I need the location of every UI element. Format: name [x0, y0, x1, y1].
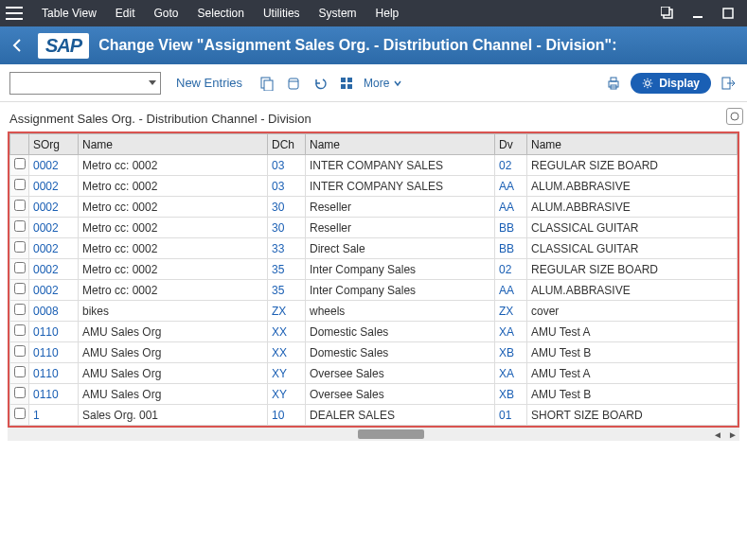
- cell-sorg[interactable]: 0002: [29, 197, 79, 218]
- select-all-icon[interactable]: [337, 74, 356, 93]
- row-checkbox[interactable]: [14, 158, 26, 169]
- cell-dch[interactable]: 03: [268, 176, 306, 197]
- row-checkbox[interactable]: [14, 283, 26, 294]
- cell-dv[interactable]: XB: [495, 384, 527, 405]
- cell-sorg[interactable]: 0002: [29, 218, 79, 238]
- table-row[interactable]: 0110AMU Sales OrgXYOversee SalesXBAMU Te…: [10, 384, 738, 405]
- cell-dv[interactable]: XA: [495, 322, 527, 342]
- row-checkbox[interactable]: [14, 387, 26, 398]
- table-row[interactable]: 0002Metro cc: 000230ResellerAAALUM.ABBRA…: [10, 197, 738, 218]
- maximize-icon[interactable]: [720, 6, 736, 21]
- row-selector[interactable]: [10, 280, 29, 301]
- cell-dch[interactable]: 10: [268, 405, 306, 426]
- menu-goto[interactable]: Goto: [147, 3, 187, 24]
- col-sorg[interactable]: SOrg: [29, 134, 79, 155]
- cell-sorg[interactable]: 1: [29, 405, 79, 426]
- row-checkbox[interactable]: [14, 262, 26, 273]
- cell-dch[interactable]: 03: [268, 155, 306, 176]
- new-entries-button[interactable]: New Entries: [169, 72, 250, 94]
- cell-sorg[interactable]: 0002: [29, 280, 79, 301]
- menu-table-view[interactable]: Table View: [34, 3, 104, 24]
- row-checkbox[interactable]: [14, 220, 26, 232]
- table-row[interactable]: 0110AMU Sales OrgXXDomestic SalesXAAMU T…: [10, 322, 738, 342]
- row-checkbox[interactable]: [14, 345, 26, 357]
- cell-dch[interactable]: 35: [268, 259, 306, 280]
- row-selector[interactable]: [10, 176, 29, 197]
- row-selector[interactable]: [10, 322, 29, 342]
- row-checkbox[interactable]: [14, 408, 26, 419]
- delete-icon[interactable]: [284, 74, 303, 93]
- row-checkbox[interactable]: [14, 366, 26, 377]
- row-selector[interactable]: [10, 238, 29, 259]
- table-row[interactable]: 0002Metro cc: 000203INTER COMPANY SALESA…: [10, 176, 738, 197]
- cell-dv[interactable]: ZX: [495, 301, 527, 322]
- cell-dch[interactable]: ZX: [268, 301, 306, 322]
- menu-help[interactable]: Help: [368, 3, 407, 24]
- row-checkbox[interactable]: [14, 200, 26, 211]
- col-name3[interactable]: Name: [527, 134, 738, 155]
- row-checkbox[interactable]: [14, 179, 26, 190]
- menu-edit[interactable]: Edit: [108, 3, 143, 24]
- cell-dv[interactable]: 02: [495, 259, 527, 280]
- row-selector[interactable]: [10, 218, 29, 238]
- hamburger-icon[interactable]: [6, 7, 23, 20]
- table-row[interactable]: 0002Metro cc: 000235Inter Company SalesA…: [10, 280, 738, 301]
- cell-sorg[interactable]: 0002: [29, 238, 79, 259]
- command-field[interactable]: [9, 72, 161, 95]
- copy-as-icon[interactable]: [258, 74, 276, 93]
- table-row[interactable]: 0002Metro cc: 000233Direct SaleBBCLASSIC…: [10, 238, 738, 259]
- cell-dv[interactable]: BB: [495, 238, 527, 259]
- row-checkbox[interactable]: [14, 324, 26, 336]
- menu-system[interactable]: System: [311, 3, 365, 24]
- table-row[interactable]: 0110AMU Sales OrgXYOversee SalesXAAMU Te…: [10, 363, 738, 384]
- col-name2[interactable]: Name: [306, 134, 495, 155]
- row-selector[interactable]: [10, 342, 29, 363]
- undo-icon[interactable]: [311, 74, 329, 93]
- minimize-icon[interactable]: [690, 6, 705, 21]
- cell-sorg[interactable]: 0110: [29, 342, 79, 363]
- display-button[interactable]: Display: [631, 73, 711, 94]
- col-select[interactable]: [10, 134, 29, 155]
- back-button[interactable]: [6, 34, 28, 57]
- cell-dv[interactable]: XB: [495, 342, 527, 363]
- col-dv[interactable]: Dv: [495, 134, 527, 155]
- col-name1[interactable]: Name: [79, 134, 268, 155]
- table-row[interactable]: 0002Metro cc: 000203INTER COMPANY SALES0…: [10, 155, 738, 176]
- cell-sorg[interactable]: 0110: [29, 384, 79, 405]
- row-checkbox[interactable]: [14, 241, 26, 253]
- cell-dv[interactable]: AA: [495, 197, 527, 218]
- table-row[interactable]: 0002Metro cc: 000235Inter Company Sales0…: [10, 259, 738, 280]
- cell-dv[interactable]: BB: [495, 218, 527, 238]
- table-row[interactable]: 0008bikesZXwheelsZXcover: [10, 301, 738, 322]
- cell-sorg[interactable]: 0110: [29, 363, 79, 384]
- cell-dch[interactable]: 33: [268, 238, 306, 259]
- cell-sorg[interactable]: 0110: [29, 322, 79, 342]
- cell-sorg[interactable]: 0002: [29, 259, 79, 280]
- row-selector[interactable]: [10, 384, 29, 405]
- cell-sorg[interactable]: 0002: [29, 176, 79, 197]
- table-row[interactable]: 1Sales Org. 00110DEALER SALES01SHORT SIZ…: [10, 405, 738, 426]
- row-selector[interactable]: [10, 301, 29, 322]
- cell-dv[interactable]: AA: [495, 280, 527, 301]
- scroll-right-icon[interactable]: ►: [726, 429, 739, 440]
- row-selector[interactable]: [10, 197, 29, 218]
- new-window-icon[interactable]: [660, 6, 675, 21]
- cell-dch[interactable]: XX: [268, 342, 306, 363]
- scroll-left-icon[interactable]: ◄: [711, 429, 724, 440]
- cell-dv[interactable]: 02: [495, 155, 527, 176]
- cell-sorg[interactable]: 0008: [29, 301, 79, 322]
- cell-sorg[interactable]: 0002: [29, 155, 79, 176]
- col-dch[interactable]: DCh: [268, 134, 306, 155]
- menu-utilities[interactable]: Utilities: [256, 3, 308, 24]
- table-row[interactable]: 0110AMU Sales OrgXXDomestic SalesXBAMU T…: [10, 342, 738, 363]
- menu-selection[interactable]: Selection: [190, 3, 252, 24]
- cell-dch[interactable]: 30: [268, 197, 306, 218]
- cell-dv[interactable]: 01: [495, 405, 527, 426]
- print-icon[interactable]: [604, 74, 623, 93]
- row-selector[interactable]: [10, 259, 29, 280]
- cell-dch[interactable]: XY: [268, 384, 306, 405]
- row-selector[interactable]: [10, 363, 29, 384]
- cell-dch[interactable]: 30: [268, 218, 306, 238]
- cell-dv[interactable]: AA: [495, 176, 527, 197]
- cell-dch[interactable]: XX: [268, 322, 306, 342]
